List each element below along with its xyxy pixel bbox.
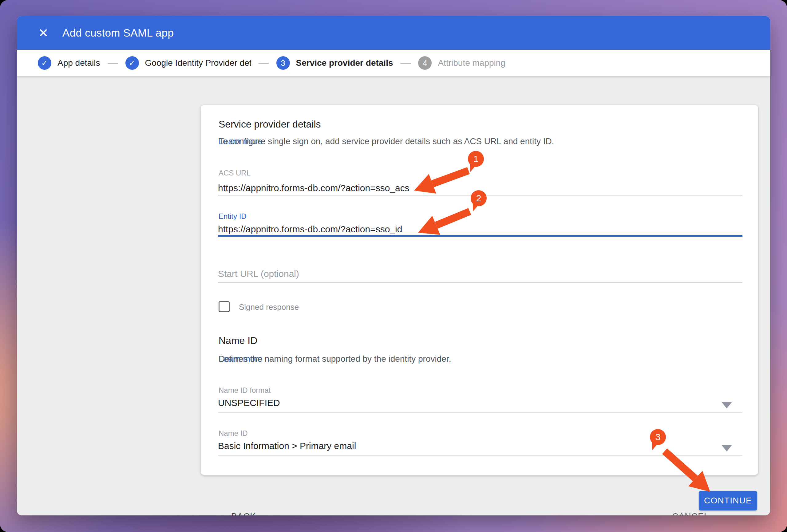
- annotation-pin-2-number: 2: [476, 193, 482, 204]
- annotation-pin-1-number: 1: [473, 154, 478, 164]
- annotation-pin-tail: [469, 163, 477, 173]
- annotation-pin-1: 1: [468, 151, 484, 167]
- annotation-pin-tail: [651, 441, 659, 451]
- annotation-arrow-3: [665, 451, 710, 492]
- annotation-arrow-1: [414, 171, 469, 194]
- annotation-arrows: [0, 0, 787, 532]
- annotation-pin-2: 2: [471, 190, 487, 206]
- annotation-pin-tail: [471, 202, 480, 212]
- annotation-pin-3-number: 3: [655, 432, 661, 442]
- screen: ✕ Add custom SAML app ✓ App details ✓ Go…: [0, 0, 787, 532]
- annotation-pin-3: 3: [650, 429, 666, 445]
- annotation-arrow-2: [418, 211, 470, 235]
